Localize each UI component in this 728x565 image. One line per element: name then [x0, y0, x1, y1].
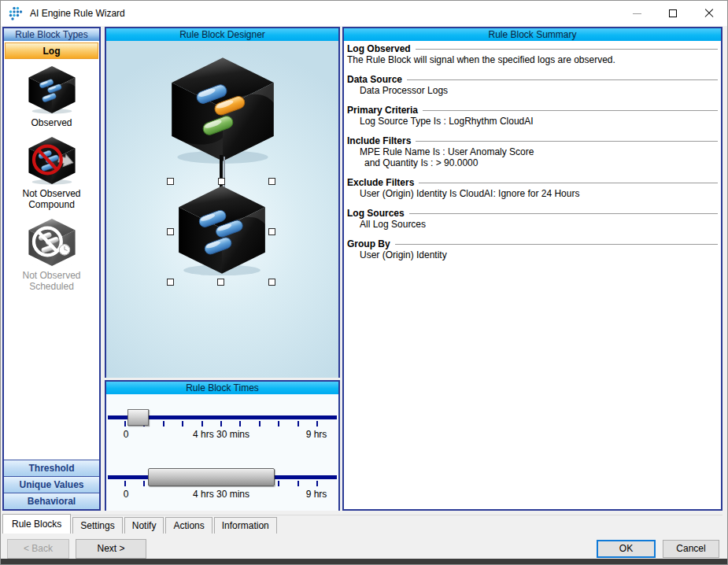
section-rule-line	[416, 49, 718, 50]
maximize-icon	[669, 9, 677, 17]
section-line: and Quantity Is : > 90.0000	[347, 157, 718, 168]
section-rule-line	[409, 213, 718, 215]
rule-block-type-list: Observed Not Observed	[4, 59, 99, 292]
window-controls	[619, 1, 727, 26]
section-rule-line	[419, 183, 718, 184]
rule-block-types-panel: Rule Block Types Log	[2, 27, 101, 511]
tab-settings[interactable]: Settings	[72, 517, 122, 534]
section-line: The Rule Block will signal when the spec…	[347, 54, 718, 65]
rule-block-types-header: Rule Block Types	[4, 28, 99, 41]
section-line: User (Origin) Identity Is CloudAI: Ignor…	[347, 188, 718, 199]
logrhythm-dots-logo-icon	[8, 6, 24, 21]
ok-button[interactable]: OK	[597, 540, 656, 558]
summary-section-primary-criteria: Primary Criteria Log Source Type Is : Lo…	[347, 105, 718, 127]
section-line: Data Processor Logs	[347, 85, 718, 96]
observed-cube-icon	[26, 65, 78, 114]
times-body: 0 4 hrs 30 mins 9 hrs 0 4 hrs 30 mins 9 …	[106, 394, 338, 511]
designer-cube-observed[interactable]	[166, 54, 279, 165]
category-unique-values-button[interactable]: Unique Values	[4, 476, 99, 493]
minimize-button[interactable]	[619, 1, 655, 26]
wizard-tabstrip: Rule Blocks Settings Notify Actions Info…	[2, 514, 279, 534]
slider-label-mid: 4 hrs 30 mins	[193, 489, 249, 500]
window-title: AI Engine Rule Wizard	[30, 8, 125, 19]
cancel-button[interactable]: Cancel	[663, 540, 719, 558]
slider-ticks	[124, 421, 318, 427]
type-item-not-observed-scheduled: Not Observed Scheduled	[4, 218, 99, 292]
maximize-button[interactable]	[655, 1, 691, 26]
slider-label-max: 9 hrs	[306, 489, 327, 500]
back-button[interactable]: < Back	[7, 539, 69, 559]
rule-block-designer-panel: Rule Block Designer	[105, 27, 340, 378]
designer-canvas[interactable]	[106, 41, 338, 378]
rule-block-designer-header: Rule Block Designer	[106, 28, 338, 41]
selection-handle-bottom-center[interactable]	[217, 279, 224, 286]
section-title: Log Sources	[347, 208, 405, 219]
ai-engine-rule-wizard-window: AI Engine Rule Wizard Rule Block Types L…	[0, 0, 728, 565]
rule-block-summary-panel: Rule Block Summary Log Observed The Rule…	[342, 27, 722, 511]
slider-label-max: 9 hrs	[306, 429, 327, 440]
section-rule-line	[416, 141, 718, 142]
section-title: Group By	[347, 238, 390, 249]
taskbar-edge-strip	[1, 559, 727, 564]
section-rule-line	[407, 79, 718, 81]
summary-section-data-source: Data Source Data Processor Logs	[347, 74, 718, 96]
selection-handle-bottom-right[interactable]	[268, 279, 275, 286]
section-line: All Log Sources	[347, 219, 718, 230]
category-log-button[interactable]: Log	[5, 42, 98, 59]
type-item-label: Not Observed Compound	[22, 188, 80, 210]
slider-thumb[interactable]	[127, 409, 149, 426]
section-rule-line	[395, 244, 718, 246]
summary-section-log-sources: Log Sources All Log Sources	[347, 208, 718, 230]
tab-rule-blocks[interactable]: Rule Blocks	[2, 514, 71, 534]
tab-notify[interactable]: Notify	[124, 517, 164, 534]
minimize-icon	[633, 13, 641, 14]
slider-range-bar[interactable]	[148, 468, 275, 486]
selection-handle-mid-left[interactable]	[167, 228, 174, 235]
next-button[interactable]: Next >	[76, 539, 146, 559]
category-behavioral-button[interactable]: Behavioral	[4, 493, 99, 509]
designer-cube-selected[interactable]	[174, 184, 270, 275]
section-title: Include Filters	[347, 135, 411, 146]
rule-block-summary-header: Rule Block Summary	[344, 28, 721, 41]
not-observed-compound-cube-icon	[26, 136, 78, 185]
type-item-label: Not Observed Scheduled	[22, 270, 80, 292]
time-slider-2: 0 4 hrs 30 mins 9 hrs	[106, 454, 338, 509]
not-observed-scheduled-cube-icon	[26, 218, 78, 267]
category-stack: Threshold Unique Values Behavioral	[4, 460, 99, 509]
selection-handle-top-left[interactable]	[167, 178, 174, 185]
section-title: Exclude Filters	[347, 177, 414, 188]
rule-block-times-panel: Rule Block Times 0 4 hrs 30 mins 9 hrs 0…	[105, 380, 340, 511]
type-item-observed[interactable]: Observed	[4, 65, 99, 128]
selection-handle-top-right[interactable]	[268, 178, 275, 185]
section-rule-line	[423, 110, 718, 112]
section-title: Primary Criteria	[347, 105, 418, 116]
selection-handle-top-center[interactable]	[218, 178, 225, 185]
time-slider-1: 0 4 hrs 30 mins 9 hrs	[106, 394, 338, 449]
summary-section-group-by: Group By User (Origin) Identity	[347, 238, 718, 260]
close-icon	[704, 9, 714, 18]
rule-block-times-header: Rule Block Times	[106, 382, 338, 394]
category-threshold-button[interactable]: Threshold	[4, 460, 99, 476]
selection-handle-bottom-left[interactable]	[167, 279, 174, 286]
titlebar: AI Engine Rule Wizard	[1, 1, 727, 26]
type-item-label: Observed	[31, 117, 72, 128]
slider-label-min: 0	[124, 429, 129, 440]
slider-label-min: 0	[124, 489, 129, 500]
section-title: Log Observed	[347, 43, 411, 54]
close-button[interactable]	[691, 1, 727, 26]
section-line: Log Source Type Is : LogRhythm CloudAI	[347, 116, 718, 127]
type-item-not-observed-compound[interactable]: Not Observed Compound	[4, 136, 99, 210]
section-line: User (Origin) Identity	[347, 249, 718, 260]
summary-section-include-filters: Include Filters MPE Rule Name Is : User …	[347, 135, 718, 168]
selection-handle-mid-right[interactable]	[268, 228, 275, 235]
section-title: Data Source	[347, 74, 402, 85]
slider-label-mid: 4 hrs 30 mins	[193, 429, 249, 440]
summary-body: Log Observed The Rule Block will signal …	[344, 41, 721, 260]
tab-actions[interactable]: Actions	[165, 517, 212, 534]
summary-section-exclude-filters: Exclude Filters User (Origin) Identity I…	[347, 177, 718, 199]
summary-section-log-observed: Log Observed The Rule Block will signal …	[347, 43, 718, 65]
section-line: MPE Rule Name Is : User Anomaly Score	[347, 146, 718, 157]
tab-information[interactable]: Information	[214, 517, 277, 534]
